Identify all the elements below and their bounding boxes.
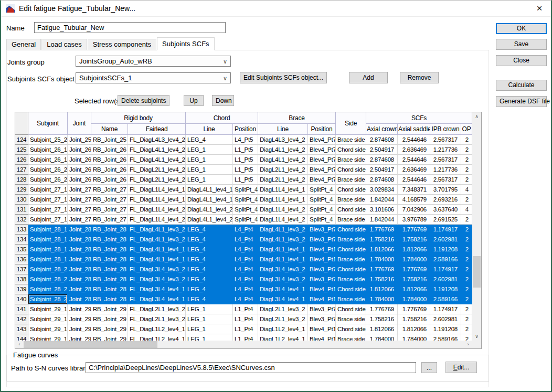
cell[interactable]: Subjoint_28_2 [28, 264, 68, 274]
horizontal-scroll-thumb[interactable] [24, 341, 157, 348]
cell[interactable]: Chord side [336, 205, 366, 215]
cell[interactable]: RB_Joint_27 [91, 185, 128, 195]
name-input[interactable] [34, 22, 226, 33]
cell[interactable]: 2.589166 [430, 294, 461, 304]
cell[interactable]: Subjoint_25_2 [28, 135, 68, 145]
cell[interactable]: Joint_27 [68, 195, 91, 205]
cell[interactable]: L4_Pt4 [233, 274, 258, 284]
cell[interactable]: FL_DiagL4L3_lev4_2 [128, 135, 186, 145]
cell[interactable]: 2.602981 [430, 314, 461, 324]
cell[interactable]: Blev3_Pt7 [308, 274, 336, 284]
cell[interactable]: L4_Pt4 [233, 225, 258, 235]
cell[interactable]: 2.636469 [398, 145, 430, 155]
cell[interactable]: Joint_29 [68, 334, 91, 341]
cell[interactable]: Blev4_Pt1 [308, 294, 336, 304]
cell[interactable]: RB_Joint_28 [91, 274, 128, 284]
cell[interactable]: FL_DiagL3L4_lev3_2 [128, 274, 186, 284]
cell[interactable]: 1.784000 [398, 255, 430, 264]
cell[interactable]: 1.784000 [398, 334, 430, 341]
col-header-ipb-crown[interactable]: IPB crown [430, 124, 461, 135]
cell[interactable]: LEG_4 [186, 135, 233, 145]
cell[interactable]: Subjoint_29_1 [28, 304, 68, 314]
row-number[interactable]: 124 [15, 135, 28, 145]
cell[interactable]: SplitPt_4 [233, 215, 258, 225]
row-number[interactable]: 135 [15, 245, 28, 255]
close-icon[interactable]: × [533, 2, 546, 15]
ok-button[interactable]: OK [496, 23, 547, 34]
cell[interactable]: RB_Joint_29 [91, 304, 128, 314]
cell[interactable]: 1.812066 [366, 284, 398, 294]
cell[interactable]: Subjoint_28_1 [28, 225, 68, 235]
row-number[interactable]: 143 [15, 324, 28, 334]
cell[interactable]: Joint_26 [68, 165, 91, 175]
cell[interactable]: FL_DiagL1L2_lev4_1 [128, 334, 186, 341]
cell[interactable]: FL_DiagL1L2_lev4_1 [128, 324, 186, 334]
horizontal-scrollbar[interactable]: ‹ › [15, 341, 472, 348]
down-button[interactable]: Down [212, 95, 234, 106]
save-button[interactable]: Save [496, 39, 547, 50]
cell[interactable]: 1.812066 [366, 245, 398, 255]
cell[interactable]: 1.776769 [398, 264, 430, 274]
cell[interactable]: Blev4_Pt1 [308, 334, 336, 341]
cell[interactable]: 2 [461, 314, 472, 324]
cell[interactable]: 2 [461, 294, 472, 304]
cell[interactable]: Subjoint_28_2 [28, 294, 68, 304]
cell[interactable]: L4_Pt4 [233, 255, 258, 264]
cell[interactable]: Chord side [336, 324, 366, 334]
cell[interactable]: Brace side [336, 235, 366, 245]
corner-header[interactable] [15, 112, 28, 135]
cell[interactable]: Joint_27 [68, 215, 91, 225]
cell[interactable]: 3.701795 [430, 185, 461, 195]
col-group-scfs[interactable]: SCFs [366, 112, 472, 124]
cell[interactable]: Chord side [336, 245, 366, 255]
cell[interactable]: FL_DiagL4L1_lev4_1 [128, 255, 186, 264]
cell[interactable]: 1.784000 [366, 334, 398, 341]
cell[interactable]: L4_Pt5 [233, 135, 258, 145]
cell[interactable]: RB_Joint_27 [91, 215, 128, 225]
cell[interactable]: Brace side [336, 294, 366, 304]
joints-group-combobox[interactable]: JointsGroup_Auto_wRB ∨ [76, 56, 231, 67]
cell[interactable]: SplitPt_4 [308, 195, 336, 205]
cell[interactable]: Blev4_Pt7 [308, 145, 336, 155]
cell[interactable]: Subjoint_27_1 [28, 185, 68, 195]
remove-button[interactable]: Remove [400, 72, 439, 83]
cell[interactable]: 2.567317 [430, 155, 461, 165]
vertical-scroll-thumb[interactable] [473, 256, 481, 288]
col-header-brace-position[interactable]: Position [308, 124, 336, 135]
col-header-opb-crown[interactable]: OP [461, 124, 472, 135]
cell[interactable]: 2.544646 [398, 175, 430, 185]
col-header-side[interactable]: Side [336, 112, 366, 135]
cell[interactable]: 2 [461, 175, 472, 185]
col-header-rb-name[interactable]: Name [91, 124, 128, 135]
cell[interactable]: SplitPt_4 [308, 205, 336, 215]
cell[interactable]: 2.544646 [398, 155, 430, 165]
cell[interactable]: 2 [461, 284, 472, 294]
browse-button[interactable]: ... [421, 362, 437, 373]
cell[interactable]: LEG_1 [186, 165, 233, 175]
cell[interactable]: Chord side [336, 185, 366, 195]
cell[interactable]: FL_DiagL4L1_lev4_2 [128, 155, 186, 165]
cell[interactable]: LEG_4 [186, 274, 233, 284]
cell[interactable]: Joint_29 [68, 324, 91, 334]
cell[interactable]: RB_Joint_29 [91, 334, 128, 341]
col-header-axial-saddle[interactable]: Axial saddle [398, 124, 430, 135]
cell[interactable]: Subjoint_28_1 [28, 245, 68, 255]
cell[interactable]: DiagL4L1_lev4_1 [258, 255, 308, 264]
cell[interactable]: DiagL4L1_lev4_2 [186, 215, 233, 225]
cell[interactable]: Subjoint_29_1 [28, 314, 68, 324]
cell[interactable]: DiagL4L1_lev4_2 [186, 205, 233, 215]
row-number[interactable]: 133 [15, 225, 28, 235]
cell[interactable]: Joint_28 [68, 294, 91, 304]
cell[interactable]: 2 [461, 304, 472, 314]
cell[interactable]: RB_Joint_28 [91, 225, 128, 235]
cell[interactable]: FL_DiagL3L4_lev4_1 [128, 284, 186, 294]
cell[interactable]: 2 [461, 145, 472, 155]
cell[interactable]: DiagL3L4_lev3_2 [258, 264, 308, 274]
cell[interactable]: Blev3_Pt7 [308, 304, 336, 314]
cell[interactable]: 1.758216 [398, 274, 430, 284]
cell[interactable]: 1.784000 [398, 294, 430, 304]
cell[interactable]: Joint_28 [68, 264, 91, 274]
cell[interactable]: 1.776769 [398, 225, 430, 235]
add-button[interactable]: Add [349, 72, 388, 83]
cell[interactable]: 1.758216 [366, 314, 398, 324]
